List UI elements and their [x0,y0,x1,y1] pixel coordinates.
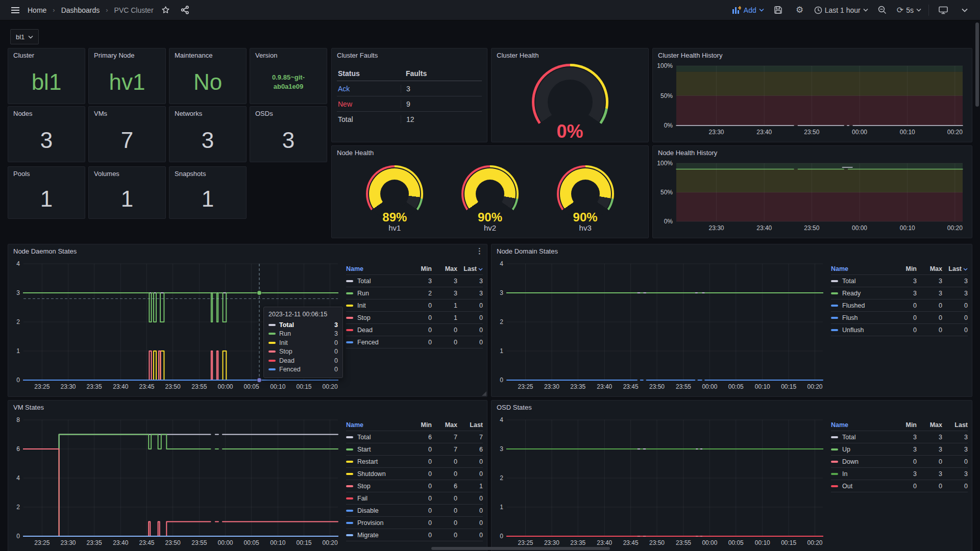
legend-series-name[interactable]: Up [831,446,891,453]
panel-title[interactable]: Version [250,48,327,62]
panel-resize-handle[interactable] [482,391,486,396]
panel-title[interactable]: Primary Node [89,48,165,62]
time-range-picker[interactable]: Last 1 hour [814,6,868,14]
legend-series-name[interactable]: Total [346,434,406,441]
legend-header-last[interactable]: Last [942,265,968,272]
legend-series-name[interactable]: Ready [831,290,891,297]
panel-title[interactable]: OSD States [492,400,972,414]
legend-series-name[interactable]: Dead [346,327,406,334]
legend-header-max[interactable]: Max [917,265,942,272]
legend-series-name[interactable]: Down [831,458,891,465]
panel-title[interactable]: Pools [8,167,85,180]
stat-panel-networks: Networks 3 [169,106,247,162]
breadcrumb-dashboards[interactable]: Dashboards [61,6,100,14]
legend-series-name[interactable]: Restart [346,458,406,465]
legend-series-name[interactable]: Unflush [831,327,891,334]
panel-title[interactable]: Cluster Health History [653,48,972,62]
refresh-picker[interactable]: ⟳ 5s [897,5,921,15]
legend-series-name[interactable]: Total [346,278,406,285]
panel-title[interactable]: Volumes [89,167,165,180]
panel-title[interactable]: Node Domain States [492,244,972,258]
collapse-nav-icon[interactable] [958,3,972,17]
svg-text:23:25: 23:25 [518,539,533,546]
panel-title[interactable]: Node Health History [653,146,972,159]
legend-value-last: 6 [457,446,483,453]
variable-dropdown-cluster[interactable]: bl1 [10,29,39,44]
legend-series-name[interactable]: Shutdown [346,470,406,478]
legend-series-name[interactable]: Stop [346,483,406,490]
legend-series-name[interactable]: Start [346,446,406,453]
dashboard-settings-icon[interactable]: ⚙ [793,3,807,17]
legend-header-name[interactable]: Name [831,421,891,429]
panel-title[interactable]: Snapshots [169,167,246,180]
panel-title[interactable]: OSDs [250,107,327,120]
legend-value-max: 3 [917,290,942,297]
panel-title[interactable]: Maintenance [169,48,246,62]
legend-series-name[interactable]: Fenced [346,339,406,346]
legend-series-name[interactable]: Total [831,434,891,441]
legend-series-name[interactable]: Flush [831,314,891,321]
legend-header-name[interactable]: Name [346,265,406,272]
panel-title[interactable]: Node Daemon States [8,244,487,258]
legend-series-name[interactable]: Total [831,278,891,285]
osd-states-chart[interactable]: 4321023:2523:3023:3523:4023:4523:5023:55… [494,416,828,549]
panel-title[interactable]: Cluster Health [492,48,648,62]
zoom-out-time-icon[interactable] [875,3,890,17]
panel-title[interactable]: Cluster [8,48,85,62]
refresh-icon[interactable]: ⟳ [897,5,903,15]
legend-value-min: 0 [406,302,432,309]
panel-title[interactable]: Networks [169,107,246,120]
breadcrumb-home[interactable]: Home [28,6,46,14]
legend-row: Out000 [831,480,968,492]
panel-title[interactable]: VM States [8,400,487,414]
scrollbar-thumb[interactable] [975,22,979,107]
legend-value-max: 1 [432,314,457,321]
legend-header-min[interactable]: Min [406,265,432,272]
legend-series-name[interactable]: Out [831,483,891,490]
legend-series-name[interactable]: Migrate [346,532,406,539]
horizontal-scrollbar-thumb[interactable] [431,547,610,550]
legend-series-name[interactable]: In [831,470,891,478]
series-color-chip [346,497,353,499]
legend-series-name[interactable]: Run [346,290,406,297]
save-dashboard-icon[interactable] [771,3,786,17]
legend-header-last[interactable]: Last [942,421,968,429]
legend-row: Down000 [831,456,968,468]
legend-series-name[interactable]: Flushed [831,302,891,309]
series-color-chip [268,342,276,344]
legend-header-max[interactable]: Max [432,265,457,272]
legend-header-max[interactable]: Max [432,421,457,429]
menu-icon[interactable] [8,3,22,17]
vertical-scrollbar[interactable] [975,21,979,548]
panel-title[interactable]: Nodes [8,107,85,120]
panel-title[interactable]: Cluster Faults [332,48,487,62]
legend-header-last[interactable]: Last [457,421,483,429]
legend-series-name[interactable]: Disable [346,507,406,514]
column-header-faults[interactable]: Faults [401,69,482,78]
legend-series-name[interactable]: Init [346,302,406,309]
star-icon[interactable] [159,3,173,17]
node-domain-states-chart[interactable]: 4321023:2523:3023:3523:4023:4523:5023:55… [494,260,828,393]
legend-header-name[interactable]: Name [346,421,406,429]
legend-header-name[interactable]: Name [831,265,891,272]
panel-title[interactable]: VMs [89,107,165,120]
add-button[interactable]: Add [732,6,764,14]
legend-series-name[interactable]: Provision [346,519,406,527]
cluster-health-history-chart[interactable]: 100%50%0%23:3023:4023:5000:0000:1000:20 [655,62,968,139]
legend-header-min[interactable]: Min [891,265,917,272]
share-icon[interactable] [178,3,192,17]
tooltip-row: Stop0 [268,347,338,357]
column-header-status[interactable]: Status [337,69,401,78]
vm-states-chart[interactable]: 8642023:2523:3023:3523:4023:4523:5023:55… [10,416,343,549]
legend-header-last[interactable]: Last [457,265,483,272]
panel-menu-icon[interactable]: ⋮ [476,246,484,256]
kiosk-mode-icon[interactable] [936,3,950,17]
legend-header-min[interactable]: Min [406,421,432,429]
legend-series-name[interactable]: Fail [346,495,406,502]
panel-title[interactable]: Node Health [332,146,648,159]
legend-header-max[interactable]: Max [917,421,942,429]
legend-row: Restart000 [346,456,483,468]
node-health-history-chart[interactable]: 100%50%0%23:3023:4023:5000:0000:1000:20 [655,159,968,235]
legend-header-min[interactable]: Min [891,421,917,429]
legend-series-name[interactable]: Stop [346,314,406,321]
